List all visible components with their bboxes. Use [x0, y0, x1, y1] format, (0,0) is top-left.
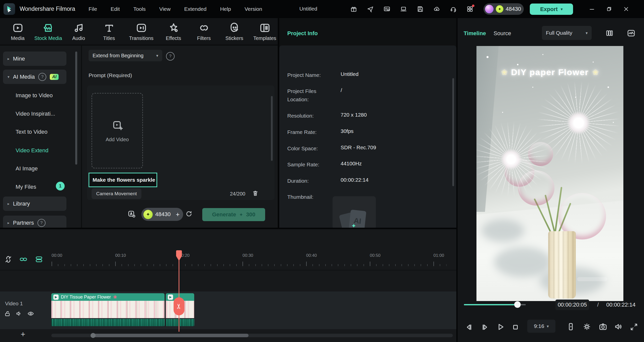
tab-stock-media[interactable]: Stock Media: [33, 18, 63, 41]
previous-frame-button[interactable]: [465, 323, 474, 332]
restore-button[interactable]: [603, 3, 615, 15]
snapshot-button[interactable]: [598, 322, 608, 331]
add-video-dropzone[interactable]: Add Video: [92, 93, 143, 168]
playback-settings-button[interactable]: [582, 322, 591, 331]
help-icon[interactable]: ?: [38, 73, 46, 81]
sidebar-group-ai-media[interactable]: ▾ AI Media ? AI: [3, 70, 66, 84]
menu-view[interactable]: View: [159, 6, 171, 12]
sidebar-item-image-to-video[interactable]: Image to Video: [16, 92, 53, 99]
fullscreen-button[interactable]: [630, 323, 638, 331]
playback-progress-knob[interactable]: [514, 301, 521, 308]
add-credits-button[interactable]: +: [176, 211, 180, 218]
account-credits-pill[interactable]: ✦ 48430: [484, 3, 524, 15]
aspect-ratio-dropdown[interactable]: 9:16 ▾: [527, 320, 555, 333]
clip-diy-tissue-paper-flower[interactable]: ▶ DIY Tissue Paper Flower ❀: [51, 293, 165, 326]
quality-dropdown[interactable]: Full Quality ▾: [542, 26, 592, 40]
menu-extended[interactable]: Extended: [184, 6, 207, 12]
video-preview[interactable]: ❀ DIY paper Flower ❀: [476, 46, 623, 301]
track-lock-icon[interactable]: [4, 310, 11, 317]
layout-columns-icon[interactable]: [606, 29, 614, 37]
tab-media[interactable]: Media: [3, 18, 33, 41]
timeline-hscrollbar-thumb[interactable]: [91, 334, 249, 337]
menu-tools[interactable]: Tools: [133, 6, 146, 12]
play-button[interactable]: [496, 322, 505, 332]
playhead-line[interactable]: [179, 250, 179, 332]
sidebar-group-mine[interactable]: ▸ Mine: [3, 52, 66, 66]
timeline-ruler[interactable]: 00:00 00:10 00:20 00:30 00:40 00:50 01:0…: [0, 250, 456, 270]
scopes-icon[interactable]: [627, 29, 636, 38]
refresh-credits-icon[interactable]: [185, 210, 193, 218]
extend-mode-dropdown[interactable]: Extend from Beginning ▾: [89, 50, 162, 61]
caret-right-icon: ▸: [8, 57, 10, 61]
tab-filters[interactable]: Filters: [189, 18, 219, 41]
track-visibility-icon[interactable]: [27, 310, 34, 317]
support-headset-icon[interactable]: [450, 6, 457, 13]
sidebar-item-video-extend[interactable]: Video Extend: [16, 147, 48, 154]
tab-stickers[interactable]: Stickers: [219, 18, 250, 41]
export-caret-icon: ▾: [561, 7, 563, 12]
tab-effects[interactable]: Effects: [158, 18, 189, 41]
next-frame-button[interactable]: [480, 323, 489, 332]
current-time-box[interactable]: 00:00:20:05: [555, 300, 589, 310]
save-icon[interactable]: [417, 6, 424, 13]
clear-prompt-trash-icon[interactable]: [252, 190, 259, 197]
timeline-hscrollbar[interactable]: [51, 334, 453, 337]
generate-button[interactable]: Generate ✦ 300: [202, 208, 265, 221]
export-button[interactable]: Export ▾: [530, 4, 573, 15]
info-scrollbar[interactable]: [452, 78, 454, 186]
link-clips-icon[interactable]: [19, 255, 28, 264]
stop-button[interactable]: [511, 323, 520, 332]
playback-progress-track[interactable]: [464, 304, 526, 305]
pane-divider[interactable]: [278, 18, 279, 229]
close-button[interactable]: [620, 3, 632, 15]
credits-balance: 48430: [155, 211, 171, 218]
sidebar-group-library[interactable]: ▸ Library: [3, 197, 66, 211]
sidebar-item-my-files[interactable]: My Files: [16, 184, 36, 190]
prompt-label: Prompt (Required): [89, 72, 132, 78]
track-mute-icon[interactable]: [16, 310, 23, 317]
share-megaphone-icon[interactable]: [367, 6, 374, 13]
ruler-label: 00:50: [370, 253, 381, 258]
stock-media-pane: ▸ Mine ▾ AI Media ? AI Image to Video Vi…: [0, 46, 278, 229]
document-title: Untitled: [299, 6, 317, 12]
ruler-label: 00:40: [306, 253, 317, 258]
credits-pill[interactable]: ✦ 48430 +: [141, 208, 183, 221]
menu-file[interactable]: File: [89, 6, 97, 12]
coin-icon: ✦: [143, 210, 153, 219]
sidebar-item-ai-image[interactable]: AI Image: [16, 165, 38, 172]
sparkle-dots-graphic: [487, 56, 489, 58]
quick-split-button[interactable]: ✂: [174, 297, 184, 315]
workspace-switcher[interactable]: [466, 6, 473, 13]
cloud-upload-icon[interactable]: [433, 6, 440, 13]
prompt-text-input[interactable]: Make the flowers sparkle: [89, 173, 157, 187]
filters-icon: [198, 22, 210, 34]
ruler-label: 00:30: [243, 253, 253, 258]
thumbnail-placeholder[interactable]: AI ✦: [333, 196, 376, 229]
menu-edit[interactable]: Edit: [111, 6, 120, 12]
tab-timeline[interactable]: Timeline: [464, 30, 486, 37]
preview-on-device-button[interactable]: [566, 322, 575, 331]
tab-audio[interactable]: Audio: [63, 18, 94, 41]
volume-button[interactable]: [614, 322, 623, 331]
clip-play-icon: ▶: [53, 295, 59, 300]
add-track-button[interactable]: +: [21, 330, 25, 339]
task-queue-icon[interactable]: [383, 6, 390, 13]
gift-icon[interactable]: [350, 6, 357, 13]
sidebar-scrollbar[interactable]: [75, 52, 77, 165]
tab-titles[interactable]: Titles: [94, 18, 124, 41]
menu-version[interactable]: Version: [245, 6, 262, 12]
device-icon[interactable]: [400, 6, 407, 13]
sidebar-item-video-inspiration[interactable]: Video Inspirati...: [16, 111, 55, 117]
menu-help[interactable]: Help: [220, 6, 231, 12]
camera-movement-button[interactable]: Camera Movement: [92, 188, 141, 199]
tab-source[interactable]: Source: [494, 30, 511, 37]
tab-templates[interactable]: Templates: [250, 18, 280, 41]
sidebar-item-text-to-video[interactable]: Text to Video: [16, 129, 48, 135]
minimize-button[interactable]: [586, 3, 598, 15]
ai-enhance-icon[interactable]: [127, 210, 136, 218]
tab-transitions[interactable]: Transitions: [124, 18, 158, 41]
auto-ripple-icon[interactable]: [35, 255, 43, 264]
extend-help-icon[interactable]: ?: [166, 52, 175, 61]
unlink-clips-icon[interactable]: [4, 255, 13, 264]
prompt-scrollbar[interactable]: [271, 96, 273, 161]
